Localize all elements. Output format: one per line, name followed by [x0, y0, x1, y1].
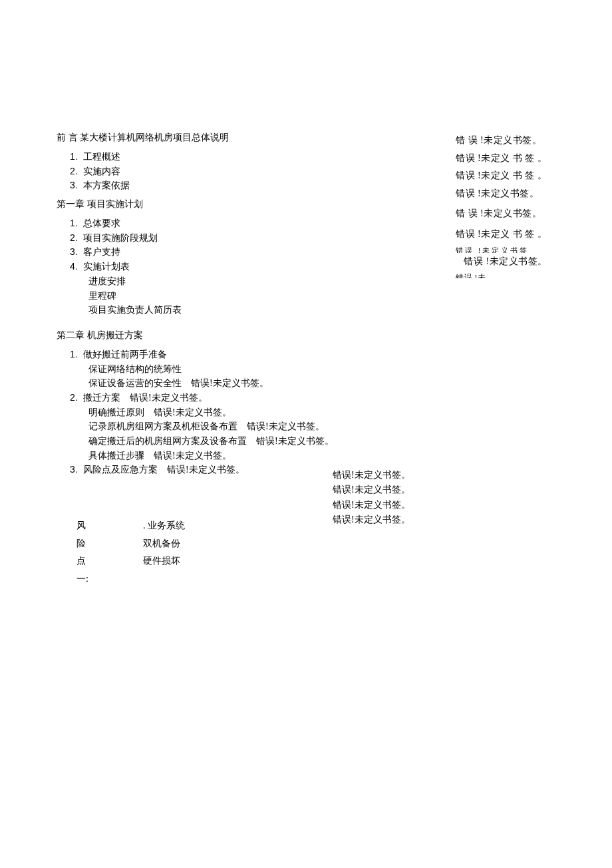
toc-item: 3.客户支持: [70, 245, 456, 260]
bookmark-error: 错误 !未定义书签。: [456, 185, 555, 203]
bookmark-error: 错误!未定义书签。: [154, 407, 231, 417]
toc-subitem: 进度安排: [70, 274, 456, 289]
toc-item: 1.做好搬迁前两手准备: [70, 347, 456, 362]
toc-subitem: 明确搬迁原则错误!未定义书签。: [70, 405, 456, 420]
bookmark-error: 错误!未定义书签。: [333, 513, 410, 527]
toc-list-ch2: 1.做好搬迁前两手准备 保证网络结构的统筹性 保证设备运营的安全性错误!未定义书…: [57, 347, 456, 477]
toc-item: 2.项目实施阶段规划: [70, 231, 456, 246]
bookmark-error: 错误 !未定义书签: [456, 244, 555, 253]
risk-row: 风. 业务系统: [76, 517, 185, 535]
toc-item: 1.工程概述: [70, 150, 456, 164]
bookmark-error: 错误 !未定义书签。: [456, 253, 555, 271]
bookmark-error: 错误!未定义书签。: [333, 468, 410, 483]
bookmark-error: 错误 !未定义 书 签 。: [456, 150, 555, 168]
mid-error-block: 错误!未定义书签。 错误!未定义书签。 错误!未定义书签。 错误!未定义书签。: [333, 468, 410, 528]
bookmark-error: 错误!未定义书签。: [333, 483, 410, 497]
toc-item: 2.搬迁方案错误!未定义书签。: [70, 391, 456, 405]
toc-subitem: 里程碑: [70, 289, 456, 304]
toc-subitem: 保证网络结构的统筹性: [70, 362, 456, 377]
risk-row: 一:: [76, 570, 185, 588]
bookmark-error: 错误!未定义书签。: [154, 451, 231, 461]
toc-item: 2.实施内容: [70, 164, 456, 179]
bookmark-error: 错 误 !未定义书签。: [456, 205, 555, 223]
toc-item: 3.本方案依据: [70, 178, 456, 193]
chapter2-heading: 第二章 机房搬迁方案: [57, 328, 456, 342]
toc-subitem: 保证设备运营的安全性错误!未定义书签。: [70, 376, 456, 391]
chapter1-heading: 第一章 项目实施计划: [57, 197, 456, 211]
bookmark-error: 错误 !未定义 书 签 。: [456, 167, 555, 185]
toc-list-ch1: 1.总体要求 2.项目实施阶段规划 3.客户支持 4.实施计划表 进度安排 里程…: [57, 216, 456, 318]
bookmark-error: 错误!未定义书签。: [130, 393, 208, 403]
toc-list-preface: 1.工程概述 2.实施内容 3.本方案依据: [57, 150, 456, 193]
bookmark-error: 错误!未定义书签。: [191, 378, 269, 388]
right-error-column: 错 误 !未定义书签。 错误 !未定义 书 签 。 错误 !未定义 书 签 。 …: [456, 132, 555, 278]
bookmark-error: 错误 !未: [456, 270, 555, 278]
toc-subitem: 项目实施负责人简历表: [70, 303, 456, 318]
bookmark-error: 错 误 !未定义书签。: [456, 132, 555, 150]
bookmark-error: 错误!未定义书签。: [333, 498, 410, 513]
risk-row: 点硬件损坏: [76, 552, 185, 570]
bookmark-error: 错误 !未定义 书 签 。: [456, 226, 555, 244]
toc-item: 4.实施计划表: [70, 260, 456, 274]
bookmark-error: 错误!未定义书签。: [167, 465, 245, 475]
risk-block: 风. 业务系统 险双机备份 点硬件损坏 一:: [76, 517, 185, 588]
bookmark-error: 错误!未定义书签。: [256, 436, 334, 446]
risk-row: 险双机备份: [76, 535, 185, 553]
toc-main: 前 言 某大楼计算机网络机房项目总体说明 1.工程概述 2.实施内容 3.本方案…: [57, 126, 456, 480]
toc-subitem: 具体搬迁步骤错误!未定义书签。: [70, 449, 456, 463]
bookmark-error: 错误!未定义书签。: [247, 421, 325, 431]
preface-heading: 前 言 某大楼计算机网络机房项目总体说明: [57, 130, 456, 144]
toc-item: 1.总体要求: [70, 216, 456, 231]
toc-subitem: 确定搬迁后的机房组网方案及设备布置错误!未定义书签。: [70, 434, 456, 449]
toc-subitem: 记录原机房组网方案及机柜设备布置错误!未定义书签。: [70, 419, 456, 434]
